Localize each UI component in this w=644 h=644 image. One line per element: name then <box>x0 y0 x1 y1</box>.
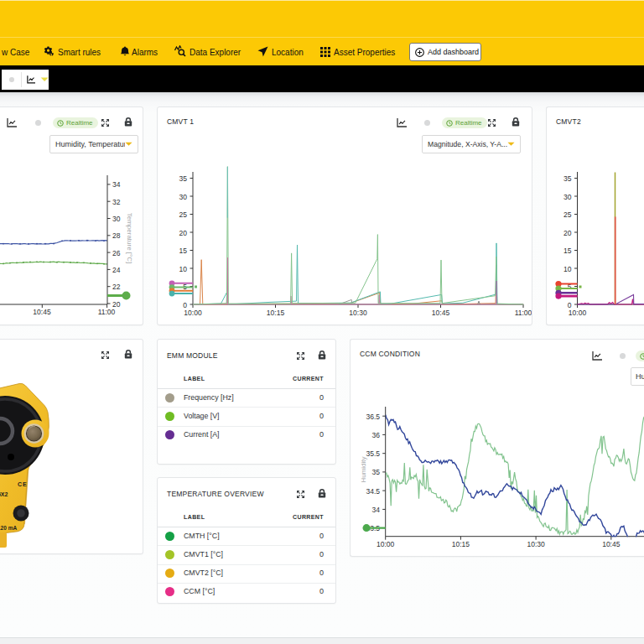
svg-text:10:15: 10:15 <box>267 309 285 317</box>
svg-text:36: 36 <box>372 431 381 439</box>
svg-text:20: 20 <box>112 300 121 309</box>
svg-text:30: 30 <box>564 193 572 201</box>
svg-text:36.5: 36.5 <box>366 413 380 421</box>
svg-text:20: 20 <box>179 229 188 237</box>
svg-text:10: 10 <box>564 265 572 273</box>
svg-text:35.5: 35.5 <box>366 449 380 458</box>
svg-text:35: 35 <box>179 174 188 183</box>
svg-text:35: 35 <box>372 468 381 476</box>
svg-text:10:45: 10:45 <box>33 308 51 316</box>
svg-text:34.5: 34.5 <box>366 487 380 496</box>
svg-text:10: 10 <box>179 265 188 273</box>
svg-text:10:45: 10:45 <box>432 309 450 317</box>
svg-text:35: 35 <box>564 174 572 183</box>
svg-text:25: 25 <box>179 210 188 219</box>
svg-text:24: 24 <box>112 266 121 274</box>
svg-text:34: 34 <box>112 180 121 189</box>
svg-text:10:45: 10:45 <box>602 540 621 548</box>
svg-text:22: 22 <box>112 283 121 291</box>
svg-text:30: 30 <box>112 215 121 223</box>
svg-text:0: 0 <box>568 301 572 309</box>
svg-text:10:00: 10:00 <box>184 309 202 317</box>
svg-text:34: 34 <box>372 506 381 514</box>
svg-text:15: 15 <box>564 247 572 255</box>
svg-text:15: 15 <box>179 247 188 255</box>
svg-text:10:00: 10:00 <box>569 309 587 317</box>
svg-text:CE: CE <box>18 481 28 487</box>
svg-text:..20 mA: ..20 mA <box>0 525 17 531</box>
svg-text:32: 32 <box>112 198 121 206</box>
svg-text:05X2: 05X2 <box>0 491 8 497</box>
svg-text:10:30: 10:30 <box>527 540 545 548</box>
svg-text:11:00: 11:00 <box>98 308 116 316</box>
svg-text:10:15: 10:15 <box>452 540 470 548</box>
svg-text:10:30: 10:30 <box>349 309 367 317</box>
svg-text:10:00: 10:00 <box>377 540 395 548</box>
svg-text:Humidity: Humidity <box>360 456 367 482</box>
svg-text:11:00: 11:00 <box>515 309 532 317</box>
svg-text:28: 28 <box>112 231 121 240</box>
svg-text:25: 25 <box>564 210 572 219</box>
svg-text:Temperature [°C]: Temperature [°C] <box>126 213 133 264</box>
svg-text:20: 20 <box>564 229 572 237</box>
svg-text:26: 26 <box>112 249 121 257</box>
svg-text:0: 0 <box>183 301 187 309</box>
svg-text:30: 30 <box>179 193 188 201</box>
